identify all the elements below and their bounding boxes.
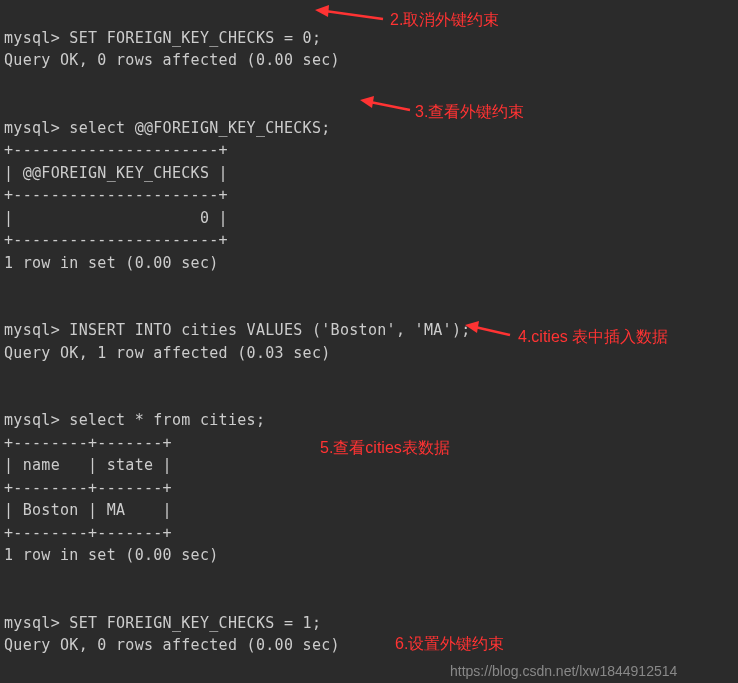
table-border: +--------+-------+ [4,479,172,497]
watermark-text: https://blog.csdn.net/lxw1844912514 [450,661,677,682]
annotation-cancel-fk: 2.取消外键约束 [390,8,499,32]
cmd-line: mysql> SET FOREIGN_KEY_CHECKS = 1; [4,614,321,632]
table-header: | name | state | [4,456,172,474]
annotation-view-cities: 5.查看cities表数据 [320,436,450,460]
table-border: +----------------------+ [4,231,228,249]
table-border: +----------------------+ [4,186,228,204]
cmd-line: mysql> SET FOREIGN_KEY_CHECKS = 0; [4,29,321,47]
table-row: | 0 | [4,209,228,227]
table-border: +----------------------+ [4,141,228,159]
table-border: +--------+-------+ [4,524,172,542]
cmd-line: mysql> INSERT INTO cities VALUES ('Bosto… [4,321,471,339]
table-row: | Boston | MA | [4,501,172,519]
annotation-insert-cities: 4.cities 表中插入数据 [518,325,668,349]
result-line: 1 row in set (0.00 sec) [4,546,219,564]
annotation-view-fk: 3.查看外键约束 [415,100,524,124]
cmd-line: mysql> select @@FOREIGN_KEY_CHECKS; [4,119,331,137]
result-line: Query OK, 1 row affected (0.03 sec) [4,344,331,362]
annotation-set-fk: 6.设置外键约束 [395,632,504,656]
result-line: Query OK, 0 rows affected (0.00 sec) [4,51,340,69]
cmd-line: mysql> select * from cities; [4,411,265,429]
table-header: | @@FOREIGN_KEY_CHECKS | [4,164,228,182]
result-line: Query OK, 0 rows affected (0.00 sec) [4,636,340,654]
result-line: 1 row in set (0.00 sec) [4,254,219,272]
table-border: +--------+-------+ [4,434,172,452]
